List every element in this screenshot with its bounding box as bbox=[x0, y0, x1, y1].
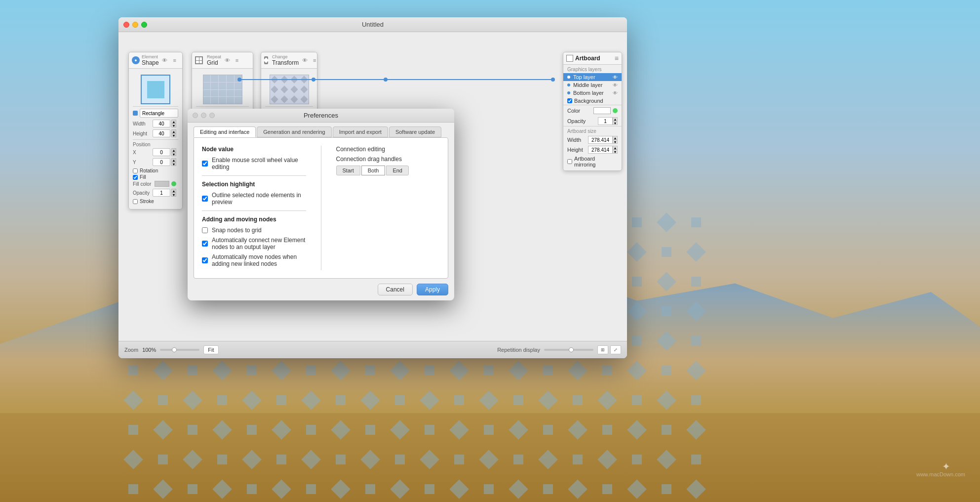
bottom-layer-item[interactable]: Bottom layer 👁 bbox=[563, 89, 622, 97]
y-up[interactable]: ▲ bbox=[171, 158, 176, 162]
snap-label: Snap nodes to grid bbox=[212, 227, 262, 234]
artboard-height-up[interactable]: ▲ bbox=[613, 146, 618, 150]
moving-section: Adding and moving nodes bbox=[202, 216, 306, 223]
height-down[interactable]: ▼ bbox=[171, 133, 176, 137]
bottom-layer-eye[interactable]: 👁 bbox=[613, 90, 618, 96]
tab-software[interactable]: Software update bbox=[389, 126, 441, 137]
artboard-mirror-checkbox[interactable] bbox=[567, 159, 572, 164]
opacity-input[interactable] bbox=[153, 189, 170, 197]
artboard-width-up[interactable]: ▲ bbox=[613, 136, 618, 140]
x-up[interactable]: ▲ bbox=[171, 148, 176, 152]
artboard-menu-button[interactable]: ≡ bbox=[615, 54, 619, 62]
shape-menu-button[interactable]: ≡ bbox=[171, 56, 179, 64]
opacity-up[interactable]: ▲ bbox=[171, 189, 176, 193]
fill-color-row: Fill color bbox=[133, 181, 178, 187]
shape-eye-button[interactable]: 👁 bbox=[161, 56, 169, 64]
window-titlebar: Untitled bbox=[118, 17, 627, 32]
seg-end-button[interactable]: End bbox=[386, 166, 409, 175]
artboard-height-input[interactable] bbox=[588, 146, 613, 154]
transform-panel-header: Change Transform 👁 ≡ bbox=[261, 52, 317, 69]
background-checkbox[interactable] bbox=[567, 98, 572, 103]
tab-import[interactable]: Import and export bbox=[333, 126, 388, 137]
artboard-icon bbox=[566, 55, 573, 62]
prefs-left-col: Node value Enable mouse scroll wheel val… bbox=[202, 146, 306, 270]
artboard-height-down[interactable]: ▼ bbox=[613, 150, 618, 154]
width-down[interactable]: ▼ bbox=[171, 124, 176, 127]
zoom-slider-thumb[interactable] bbox=[172, 347, 177, 352]
view-icon-grid[interactable]: ⊞ bbox=[597, 345, 608, 354]
fit-button[interactable]: Fit bbox=[203, 345, 218, 354]
prefs-titlebar: Preferences bbox=[188, 109, 454, 123]
x-down[interactable]: ▼ bbox=[171, 152, 176, 156]
prefs-tl-1 bbox=[193, 113, 198, 118]
width-up[interactable]: ▲ bbox=[171, 120, 176, 124]
artboard-opacity-input[interactable] bbox=[598, 117, 613, 125]
cancel-button[interactable]: Cancel bbox=[378, 284, 413, 295]
compass-icon: ✦ bbox=[942, 460, 950, 472]
y-down[interactable]: ▼ bbox=[171, 162, 176, 166]
middle-layer-name: Middle layer bbox=[573, 82, 613, 88]
width-input[interactable] bbox=[153, 120, 170, 127]
connection-dot-mid1 bbox=[312, 78, 315, 82]
opacity-down[interactable]: ▼ bbox=[171, 193, 176, 197]
auto-move-checkbox[interactable] bbox=[202, 257, 208, 263]
enable-scroll-checkbox[interactable] bbox=[202, 161, 208, 167]
zoom-slider[interactable] bbox=[160, 349, 199, 351]
x-input[interactable] bbox=[153, 148, 170, 156]
color-swatch[interactable] bbox=[593, 107, 611, 114]
grid-eye-button[interactable]: 👁 bbox=[223, 56, 231, 64]
artboard-width-down[interactable]: ▼ bbox=[613, 140, 618, 144]
top-layer-eye[interactable]: 👁 bbox=[613, 75, 618, 80]
snap-row: Snap nodes to grid bbox=[202, 227, 306, 234]
bottom-layer-name: Bottom layer bbox=[573, 90, 613, 96]
transform-menu-button[interactable]: ≡ bbox=[311, 56, 318, 64]
y-label: Y bbox=[133, 160, 153, 165]
middle-layer-item[interactable]: Middle layer 👁 bbox=[563, 81, 622, 89]
maximize-button[interactable] bbox=[141, 22, 147, 28]
zoom-value: 100% bbox=[142, 347, 156, 353]
zoom-label: Zoom bbox=[124, 347, 138, 353]
height-input[interactable] bbox=[153, 129, 170, 137]
rotation-checkbox[interactable] bbox=[133, 168, 138, 173]
height-label: Height bbox=[133, 131, 153, 136]
view-icon-full[interactable]: ⤢ bbox=[610, 345, 621, 354]
auto-connect-label: Automatically connect new Element nodes … bbox=[212, 237, 306, 251]
tab-generation[interactable]: Generation and rendering bbox=[257, 126, 331, 137]
close-button[interactable] bbox=[123, 22, 129, 28]
transform-eye-button[interactable]: 👁 bbox=[301, 56, 309, 64]
artboard-width-input[interactable] bbox=[588, 136, 613, 144]
top-layer-dot bbox=[567, 76, 570, 79]
middle-layer-eye[interactable]: 👁 bbox=[613, 83, 618, 88]
enable-scroll-row: Enable mouse scroll wheel value editing bbox=[202, 157, 306, 170]
top-layer-item[interactable]: Top layer 👁 bbox=[563, 73, 622, 81]
artboard-opacity-up[interactable]: ▲ bbox=[613, 117, 618, 121]
seg-start-button[interactable]: Start bbox=[336, 166, 360, 175]
seg-both-button[interactable]: Both bbox=[361, 166, 386, 175]
outline-label: Outline selected node elements in previe… bbox=[212, 192, 306, 206]
grid-menu-button[interactable]: ≡ bbox=[233, 56, 241, 64]
stroke-label: Stroke bbox=[140, 199, 154, 204]
height-up[interactable]: ▲ bbox=[171, 129, 176, 133]
opacity-stepper: ▲ ▼ bbox=[171, 189, 176, 197]
apply-button[interactable]: Apply bbox=[417, 284, 448, 295]
outline-checkbox[interactable] bbox=[202, 196, 208, 202]
grid-panel-type: Repeat bbox=[207, 54, 221, 59]
stroke-checkbox[interactable] bbox=[133, 199, 138, 204]
snap-checkbox[interactable] bbox=[202, 227, 208, 233]
rep-slider-thumb[interactable] bbox=[569, 347, 574, 352]
middle-layer-dot bbox=[567, 84, 570, 86]
fill-checkbox[interactable] bbox=[133, 175, 138, 180]
artboard-opacity-down[interactable]: ▼ bbox=[613, 121, 618, 125]
fill-color-swatch[interactable] bbox=[155, 181, 169, 187]
fill-label: Fill bbox=[140, 174, 146, 180]
transform-panel-type: Change bbox=[272, 54, 299, 59]
background-row: Background bbox=[563, 97, 622, 105]
shape-type-dropdown[interactable]: Rectangle bbox=[140, 109, 178, 118]
rep-display-slider[interactable] bbox=[544, 349, 593, 351]
height-row: Height ▲ ▼ bbox=[133, 129, 178, 137]
minimize-button[interactable] bbox=[132, 22, 138, 28]
tab-editing[interactable]: Editing and interface bbox=[194, 126, 256, 137]
auto-connect-checkbox[interactable] bbox=[202, 241, 208, 247]
view-icons: ⊞ ⤢ bbox=[597, 345, 621, 354]
y-input[interactable] bbox=[153, 158, 170, 166]
